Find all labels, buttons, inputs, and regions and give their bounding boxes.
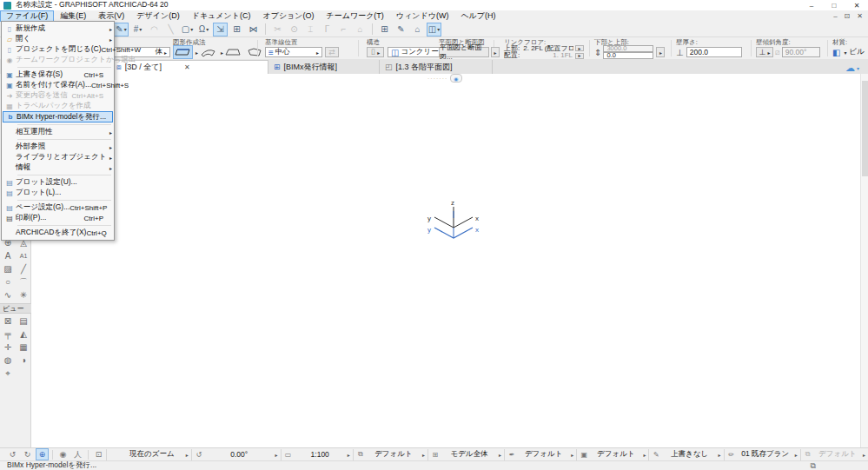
menu-item-exit-archicad[interactable]: ARCHICADを終了(X)Ctrl+Q bbox=[2, 228, 114, 238]
menu-help[interactable]: ヘルプ(H) bbox=[454, 10, 501, 22]
split-icon[interactable]: ✂ bbox=[270, 23, 285, 36]
menu-document[interactable]: ドキュメント(C) bbox=[186, 10, 257, 22]
menu-item-new-project[interactable]: ▯新規作成▸ bbox=[2, 23, 114, 34]
wall-polygon-geometry-button[interactable] bbox=[244, 45, 264, 59]
thickness-input[interactable]: 200.0 bbox=[686, 47, 742, 57]
marquee-icon[interactable]: ▢▾ bbox=[180, 23, 195, 36]
quickoption-orientation[interactable]: ↺0.00°▸ bbox=[191, 449, 281, 460]
circle-tool-icon[interactable]: ○ bbox=[5, 275, 10, 288]
drag-handle-icon[interactable]: ······· bbox=[427, 76, 447, 82]
menu-item-close-project[interactable]: ▯プロジェクトを閉じる(C)Ctrl+Shift+W bbox=[2, 44, 114, 55]
plan-section-arrow-button[interactable]: ▸ bbox=[491, 47, 500, 57]
worksheet-tool-icon[interactable]: ▦ bbox=[19, 341, 27, 354]
menu-item-interoperability[interactable]: 相互運用性▸ bbox=[2, 127, 114, 137]
walk-mode-icon[interactable]: 人 bbox=[71, 448, 84, 460]
lock-icon[interactable]: Ω▾ bbox=[196, 23, 211, 36]
arrow-tool-icon[interactable]: ✎▾ bbox=[114, 23, 129, 36]
fillet-icon[interactable]: ⌐ bbox=[336, 23, 351, 36]
snap-guides-icon[interactable]: ╲ bbox=[163, 23, 178, 36]
close-button[interactable]: ✕ bbox=[845, 0, 868, 10]
change-tool-icon[interactable]: ◑ bbox=[21, 354, 26, 367]
tilt-input[interactable]: 90.00° bbox=[782, 47, 820, 57]
mdi-restore-button[interactable]: ⊡ bbox=[845, 12, 851, 20]
viewport-3d[interactable]: ⊕◬AA1▨╱○⌒∿✳ビュー⊠▤╤◭✛▦◍◑⌖ ······· ◉ z x y … bbox=[0, 74, 868, 447]
flip-reference-line-button[interactable]: ⇄ bbox=[325, 47, 339, 57]
tab-floor-plans[interactable]: ◰ [1.3 各階平面図] bbox=[380, 60, 493, 74]
quickoption-pen-set[interactable]: ✒デフォルト▸ bbox=[504, 449, 576, 460]
snap-grid-icon[interactable]: #▾ bbox=[130, 23, 145, 36]
menu-item-save-as[interactable]: ▣名前を付けて保存(A)...Ctrl+Shift+S bbox=[2, 80, 114, 90]
caret-down-icon[interactable]: ▾ bbox=[844, 50, 846, 56]
maximize-button[interactable]: □ bbox=[823, 0, 845, 10]
hotspot-tool-icon[interactable]: ✳ bbox=[20, 288, 27, 301]
bimcloud-menu[interactable]: ☁ ▾ bbox=[845, 63, 868, 74]
menu-item-libraries-and-objects[interactable]: ライブラリとオブジェクト▸ bbox=[2, 152, 114, 162]
orbit-left-icon[interactable]: ↺ bbox=[6, 448, 19, 460]
camera-tool-icon[interactable]: ⌖ bbox=[5, 367, 10, 380]
drawing-tool-icon[interactable]: ⊠ bbox=[4, 314, 11, 328]
detail-tool-icon[interactable]: ✛ bbox=[4, 341, 11, 354]
polyline-tool-icon[interactable]: ⌒ bbox=[19, 275, 28, 288]
editing-plane-icon[interactable]: ⋈ bbox=[246, 23, 261, 36]
menu-teamwork[interactable]: チームワーク(T) bbox=[321, 10, 390, 22]
elevation-bottom-field[interactable]: 0.0 bbox=[603, 52, 653, 59]
gravity-icon[interactable]: ⊞ bbox=[229, 23, 244, 36]
annotate-icon[interactable]: ✎ bbox=[394, 23, 408, 36]
menu-item-save[interactable]: ▣上書き保存(S)Ctrl+S bbox=[2, 70, 114, 80]
line-tool-icon[interactable]: ╱ bbox=[21, 262, 26, 275]
quickoption-scale[interactable]: ▭1:100▸ bbox=[281, 449, 353, 460]
wall-straight-geometry-button[interactable] bbox=[173, 45, 193, 59]
menu-window[interactable]: ウィンドウ(W) bbox=[390, 10, 455, 22]
mdi-minimize-button[interactable]: – bbox=[833, 12, 837, 20]
structure-type-button[interactable]: ⌷ ▸ bbox=[367, 47, 384, 57]
tilt-mode-button[interactable]: ⊥ ▸ bbox=[756, 47, 773, 57]
fill-tool-icon[interactable]: ▨ bbox=[3, 262, 11, 275]
quickoption-graphic-override[interactable]: ✎上書きなし▸ bbox=[648, 449, 723, 460]
suspend-groups-icon[interactable]: ⇲ bbox=[213, 23, 228, 36]
menu-item-send-changes[interactable]: ➔変更内容を送信Ctrl+Alt+S bbox=[2, 90, 114, 101]
interior-elevation-tool-icon[interactable]: ◍ bbox=[4, 354, 12, 367]
tab-close-icon[interactable]: ✕ bbox=[184, 63, 190, 71]
menu-item-plot[interactable]: ▤プロット(L)... bbox=[2, 188, 114, 198]
reference-line-dropdown[interactable]: ≡ 中心 ▸ ⇄ bbox=[265, 46, 339, 58]
menu-item-open[interactable]: ▱開く▸ bbox=[2, 34, 114, 44]
elevation-arrow-button[interactable]: ▸ bbox=[656, 47, 665, 57]
scrollbar-thumb[interactable] bbox=[862, 81, 868, 176]
menu-item-plot-setup[interactable]: ▤プロット設定(U)... bbox=[2, 177, 114, 188]
resize-icon[interactable]: ⌂ bbox=[353, 23, 368, 36]
intersect-icon[interactable]: Γ bbox=[320, 23, 335, 36]
label-tool-icon[interactable]: A1 bbox=[20, 249, 28, 262]
spline-tool-icon[interactable]: ∿ bbox=[4, 288, 11, 301]
adjust-icon[interactable]: ⊙ bbox=[287, 23, 301, 36]
3d-visualization-icon[interactable]: ◫▾ bbox=[427, 23, 441, 36]
section-tool-icon[interactable]: ╤ bbox=[4, 328, 10, 341]
quickoption-quick-options[interactable]: ⧉デフォルト▸ bbox=[800, 449, 868, 460]
vertical-scrollbar[interactable] bbox=[860, 74, 868, 447]
trim-icon[interactable]: ⌶ bbox=[303, 23, 318, 36]
link-floor-top-button[interactable]: ▸ bbox=[575, 45, 584, 51]
menu-item-print[interactable]: ▤印刷(P)...Ctrl+P bbox=[2, 213, 114, 223]
fit-in-window-icon[interactable]: ⊡ bbox=[92, 448, 105, 460]
elevation-tool-icon[interactable]: ◭ bbox=[20, 328, 27, 341]
minimize-button[interactable]: – bbox=[800, 0, 823, 10]
guide-lines-icon[interactable]: ◠ bbox=[147, 23, 162, 36]
menu-options[interactable]: オプション(O) bbox=[256, 10, 320, 22]
orbit-right-icon[interactable]: ↻ bbox=[21, 448, 34, 460]
quickoption-renovation-filter[interactable]: ✏01 既存プラン▸ bbox=[724, 449, 800, 460]
menu-item-leave-teamwork-project[interactable]: ◉チームワークプロジェクトから退出 bbox=[2, 55, 114, 65]
fly-mode-icon[interactable]: ◉ bbox=[56, 448, 70, 460]
menu-item-page-setup[interactable]: ▤ページ設定(G)...Ctrl+Shift+P bbox=[2, 202, 114, 213]
windows-panel-icon[interactable]: ⧉ bbox=[811, 461, 816, 470]
menu-design[interactable]: デザイン(D) bbox=[130, 10, 185, 22]
menu-item-create-travel-pack[interactable]: ▦トラベルパックを作成 bbox=[2, 101, 114, 111]
dimension-icon[interactable]: ⊞ bbox=[377, 23, 392, 36]
eye-icon[interactable]: ◉ bbox=[450, 74, 461, 83]
mdi-close-button[interactable]: ✕ bbox=[857, 12, 863, 20]
link-floor-bottom-button[interactable]: ▸ bbox=[575, 53, 584, 59]
figure-tool-icon[interactable]: ▤ bbox=[19, 314, 27, 328]
wall-curved-geometry-button[interactable] bbox=[198, 45, 218, 59]
plan-section-button[interactable]: 平面図と断面図... bbox=[439, 47, 489, 57]
menu-item-info[interactable]: 情報▸ bbox=[2, 162, 114, 173]
quickoption-zoom-preset[interactable]: 現在のズーム▸ bbox=[106, 449, 191, 460]
menu-item-publish-bimx-hyper-model[interactable]: bBIMx Hyper-modelを発行... bbox=[3, 111, 113, 122]
